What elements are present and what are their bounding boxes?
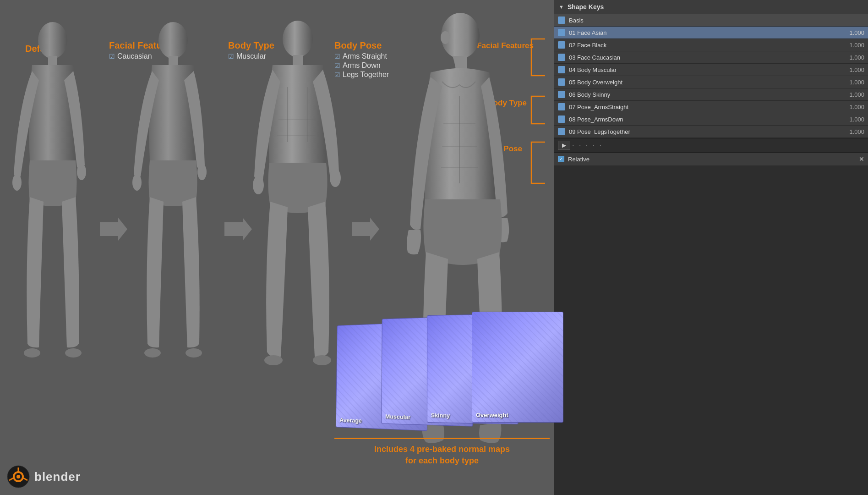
shape-keys-list: Basis 01 Face Asian 1.000 02 Face Black … — [554, 14, 868, 138]
figure-1 — [5, 14, 98, 449]
key-icon-6 — [558, 103, 565, 110]
check-icon-2: ☑ — [228, 53, 234, 60]
key-name-3: 04 Body Muscular — [569, 66, 849, 73]
right-panel: ▼ Shape Keys Basis 01 Face Asian 1.000 0… — [554, 0, 868, 495]
shape-key-row-6[interactable]: 07 Pose_ArmsStraight 1.000 — [554, 101, 868, 113]
svg-point-14 — [283, 21, 313, 57]
relative-label: Relative — [568, 156, 590, 163]
relative-row: ✓ Relative ✕ — [554, 152, 868, 165]
blender-logo-icon — [7, 465, 30, 488]
key-icon-5 — [558, 91, 565, 98]
key-value-0: 1.000 — [849, 29, 864, 36]
svg-point-4 — [24, 348, 40, 358]
play-button[interactable]: ▶ — [558, 141, 570, 150]
shape-key-row-basis[interactable]: Basis — [554, 14, 868, 27]
key-icon-0 — [558, 29, 565, 36]
svg-marker-6 — [100, 218, 127, 241]
shape-key-row-1[interactable]: 02 Face Black 1.000 — [554, 39, 868, 51]
svg-point-0 — [38, 22, 67, 59]
figure-2 — [124, 14, 222, 449]
normal-map-label-muscular: Muscular — [385, 413, 410, 420]
blender-logo-area: blender — [7, 465, 81, 488]
svg-point-12 — [186, 348, 202, 358]
key-name-5: 06 Body Skinny — [569, 91, 849, 98]
caption-line1: Includes 4 pre-baked normal maps — [334, 445, 550, 454]
key-icon-7 — [558, 116, 565, 123]
shape-key-row-8[interactable]: 09 Pose_LegsTogether 1.000 — [554, 126, 868, 138]
shape-key-row-7[interactable]: 08 Pose_ArmsDown 1.000 — [554, 113, 868, 126]
normal-maps-section: Average Muscular Skinny Overweight Inclu… — [334, 312, 550, 486]
shape-key-row-5[interactable]: 06 Body Skinny 1.000 — [554, 88, 868, 101]
key-value-6: 1.000 — [849, 104, 864, 110]
svg-point-10 — [197, 164, 207, 180]
svg-rect-1 — [48, 56, 57, 65]
toolbar-dots: · · · · · — [572, 141, 864, 149]
key-icon-3 — [558, 66, 565, 73]
key-name-4: 05 Body Overweight — [569, 79, 849, 86]
arrow-1 — [100, 215, 127, 243]
key-name-6: 07 Pose_ArmsStraight — [569, 104, 849, 110]
blender-logo-text: blender — [34, 470, 81, 484]
relative-checkbox[interactable]: ✓ — [558, 156, 564, 162]
normal-maps-caption: Includes 4 pre-baked normal maps for eac… — [334, 445, 550, 466]
key-icon-1 — [558, 41, 565, 49]
svg-point-21 — [330, 169, 341, 187]
svg-point-2 — [12, 174, 22, 191]
shape-key-row-4[interactable]: 05 Body Overweight 1.000 — [554, 76, 868, 88]
caption-bracket — [334, 438, 550, 439]
svg-point-5 — [65, 348, 82, 358]
svg-point-23 — [313, 355, 331, 365]
svg-point-26 — [441, 31, 450, 44]
svg-point-22 — [264, 355, 283, 365]
caption-line2: for each body type — [334, 456, 550, 466]
key-value-2: 1.000 — [849, 54, 864, 61]
key-icon-2 — [558, 54, 565, 61]
key-icon-8 — [558, 128, 565, 135]
figure-3 — [247, 14, 348, 449]
shape-key-row-0[interactable]: 01 Face Asian 1.000 — [554, 27, 868, 39]
normal-maps-stack: Average Muscular Skinny Overweight — [334, 312, 550, 431]
relative-extra-button[interactable]: ✕ — [859, 155, 864, 163]
normal-map-label-average: Average — [339, 417, 362, 424]
key-value-3: 1.000 — [849, 66, 864, 73]
key-name-1: 02 Face Black — [569, 42, 849, 49]
key-value-1: 1.000 — [849, 42, 864, 49]
shape-keys-header: ▼ Shape Keys — [554, 0, 868, 14]
key-name-basis: Basis — [569, 17, 864, 24]
key-name-0: 01 Face Asian — [569, 29, 849, 36]
shape-key-row-2[interactable]: 03 Face Caucasian 1.000 — [554, 51, 868, 64]
svg-marker-24 — [352, 218, 379, 241]
shape-keys-toolbar: ▶ · · · · · — [554, 138, 868, 152]
key-value-4: 1.000 — [849, 79, 864, 86]
key-icon-basis — [558, 16, 565, 24]
key-icon-4 — [558, 78, 565, 86]
key-name-7: 08 Pose_ArmsDown — [569, 116, 849, 123]
svg-point-7 — [158, 22, 188, 59]
svg-rect-15 — [293, 55, 303, 65]
normal-map-label-skinny: Skinny — [431, 412, 450, 419]
normal-map-card-overweight: Overweight — [472, 312, 563, 423]
svg-point-3 — [77, 164, 86, 180]
svg-point-20 — [253, 176, 264, 194]
key-name-8: 09 Pose_LegsTogether — [569, 128, 849, 135]
check-icon-1: ☑ — [109, 53, 115, 60]
key-value-8: 1.000 — [849, 128, 864, 135]
svg-point-9 — [132, 174, 142, 191]
key-value-5: 1.000 — [849, 91, 864, 98]
arrow-3 — [352, 215, 379, 243]
shape-key-row-3[interactable]: 04 Body Muscular 1.000 — [554, 64, 868, 76]
svg-point-36 — [16, 475, 20, 478]
key-value-7: 1.000 — [849, 116, 864, 123]
normal-map-label-overweight: Overweight — [476, 412, 508, 418]
panel-collapse-icon[interactable]: ▼ — [559, 4, 564, 10]
shape-keys-title: Shape Keys — [568, 3, 604, 11]
svg-rect-8 — [169, 56, 178, 65]
svg-point-11 — [144, 348, 161, 358]
key-name-2: 03 Face Caucasian — [569, 54, 849, 61]
